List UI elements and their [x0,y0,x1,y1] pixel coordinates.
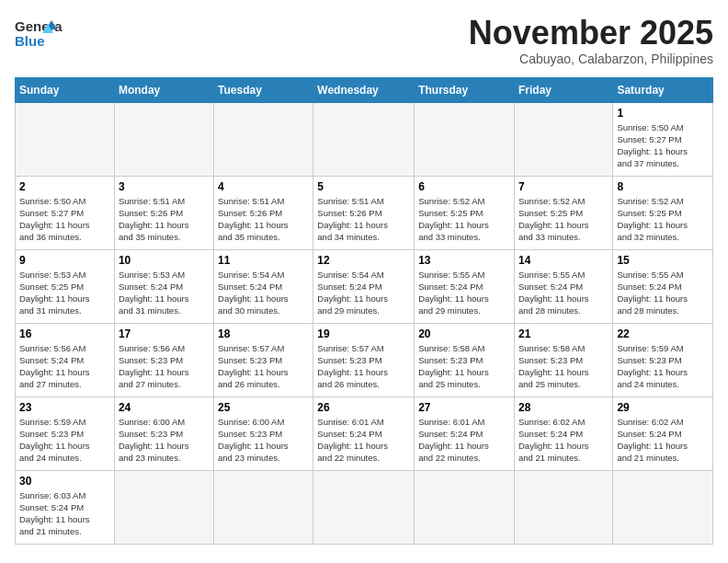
calendar-cell-12: 7Sunrise: 5:52 AMSunset: 5:25 PMDaylight… [514,176,612,249]
day-info: Sunrise: 6:00 AMSunset: 5:23 PMDaylight:… [218,416,309,465]
day-number: 23 [19,401,110,414]
calendar-cell-9: 4Sunrise: 5:51 AMSunset: 5:26 PMDaylight… [214,176,313,249]
weekday-header-sunday: Sunday [16,77,115,102]
calendar-cell-32: 27Sunrise: 6:01 AMSunset: 5:24 PMDayligh… [415,396,515,470]
calendar-cell-15: 10Sunrise: 5:53 AMSunset: 5:24 PMDayligh… [114,249,213,323]
day-info: Sunrise: 5:54 AMSunset: 5:24 PMDaylight:… [218,269,309,317]
day-info: Sunrise: 6:01 AMSunset: 5:24 PMDaylight:… [317,416,410,465]
day-number: 6 [418,180,510,193]
weekday-header-wednesday: Wednesday [313,77,415,102]
calendar-row-2: 2Sunrise: 5:50 AMSunset: 5:27 PMDaylight… [16,176,713,249]
day-info: Sunrise: 5:55 AMSunset: 5:24 PMDaylight:… [617,269,709,317]
day-number: 28 [518,401,609,414]
calendar-cell-30: 25Sunrise: 6:00 AMSunset: 5:23 PMDayligh… [214,396,313,470]
day-number: 3 [119,180,210,193]
day-number: 14 [518,254,609,267]
day-number: 24 [119,401,210,414]
calendar-cell-41 [613,470,713,544]
weekday-header-saturday: Saturday [613,77,713,102]
calendar-cell-7: 2Sunrise: 5:50 AMSunset: 5:27 PMDaylight… [16,176,115,249]
location: Cabuyao, Calabarzon, Philippines [469,52,713,66]
calendar-row-4: 16Sunrise: 5:56 AMSunset: 5:24 PMDayligh… [16,323,713,396]
calendar-cell-13: 8Sunrise: 5:52 AMSunset: 5:25 PMDaylight… [613,176,713,249]
day-info: Sunrise: 5:57 AMSunset: 5:23 PMDaylight:… [317,342,410,391]
logo-icon: General Blue [15,15,63,52]
day-number: 1 [617,107,709,120]
calendar: SundayMondayTuesdayWednesdayThursdayFrid… [15,77,713,545]
calendar-cell-37 [214,470,313,544]
day-number: 27 [418,401,510,414]
calendar-cell-34: 29Sunrise: 6:02 AMSunset: 5:24 PMDayligh… [613,396,713,470]
day-number: 9 [19,254,110,267]
day-info: Sunrise: 5:58 AMSunset: 5:23 PMDaylight:… [418,342,510,391]
svg-text:Blue: Blue [15,33,45,49]
day-info: Sunrise: 5:57 AMSunset: 5:23 PMDaylight:… [218,342,309,391]
day-info: Sunrise: 5:50 AMSunset: 5:27 PMDaylight:… [19,195,110,244]
day-number: 8 [617,180,709,193]
logo: General Blue [15,15,63,52]
day-number: 22 [617,327,709,340]
calendar-cell-33: 28Sunrise: 6:02 AMSunset: 5:24 PMDayligh… [514,396,612,470]
calendar-cell-31: 26Sunrise: 6:01 AMSunset: 5:24 PMDayligh… [313,396,415,470]
day-info: Sunrise: 5:58 AMSunset: 5:23 PMDaylight:… [518,342,609,391]
day-info: Sunrise: 5:52 AMSunset: 5:25 PMDaylight:… [418,195,510,244]
calendar-cell-21: 16Sunrise: 5:56 AMSunset: 5:24 PMDayligh… [16,323,115,396]
day-info: Sunrise: 5:59 AMSunset: 5:23 PMDaylight:… [617,342,709,391]
day-info: Sunrise: 5:55 AMSunset: 5:24 PMDaylight:… [418,269,510,317]
calendar-cell-20: 15Sunrise: 5:55 AMSunset: 5:24 PMDayligh… [613,249,713,323]
svg-text:General: General [15,18,63,34]
calendar-cell-8: 3Sunrise: 5:51 AMSunset: 5:26 PMDaylight… [114,176,213,249]
calendar-cell-3 [313,102,415,176]
calendar-cell-36 [114,470,213,544]
day-number: 26 [317,401,410,414]
day-info: Sunrise: 5:52 AMSunset: 5:25 PMDaylight:… [518,195,609,244]
day-number: 12 [317,254,410,267]
calendar-cell-23: 18Sunrise: 5:57 AMSunset: 5:23 PMDayligh… [214,323,313,396]
day-number: 7 [518,180,609,193]
calendar-row-1: 1Sunrise: 5:50 AMSunset: 5:27 PMDaylight… [16,102,713,176]
weekday-header-tuesday: Tuesday [214,77,313,102]
day-info: Sunrise: 6:02 AMSunset: 5:24 PMDaylight:… [518,416,609,465]
calendar-row-6: 30Sunrise: 6:03 AMSunset: 5:24 PMDayligh… [16,470,713,544]
day-info: Sunrise: 6:00 AMSunset: 5:23 PMDaylight:… [119,416,210,465]
calendar-cell-16: 11Sunrise: 5:54 AMSunset: 5:24 PMDayligh… [214,249,313,323]
calendar-cell-19: 14Sunrise: 5:55 AMSunset: 5:24 PMDayligh… [514,249,612,323]
day-info: Sunrise: 6:03 AMSunset: 5:24 PMDaylight:… [19,489,110,538]
day-number: 2 [19,180,110,193]
day-number: 5 [317,180,410,193]
calendar-cell-35: 30Sunrise: 6:03 AMSunset: 5:24 PMDayligh… [16,470,115,544]
day-number: 11 [218,254,309,267]
day-number: 4 [218,180,309,193]
calendar-cell-26: 21Sunrise: 5:58 AMSunset: 5:23 PMDayligh… [514,323,612,396]
day-number: 16 [19,327,110,340]
day-info: Sunrise: 5:51 AMSunset: 5:26 PMDaylight:… [317,195,410,244]
day-info: Sunrise: 5:56 AMSunset: 5:23 PMDaylight:… [119,342,210,391]
calendar-cell-28: 23Sunrise: 5:59 AMSunset: 5:23 PMDayligh… [16,396,115,470]
calendar-cell-38 [313,470,415,544]
calendar-cell-22: 17Sunrise: 5:56 AMSunset: 5:23 PMDayligh… [114,323,213,396]
calendar-cell-0 [16,102,115,176]
calendar-cell-14: 9Sunrise: 5:53 AMSunset: 5:25 PMDaylight… [16,249,115,323]
day-number: 19 [317,327,410,340]
calendar-cell-39 [415,470,515,544]
calendar-cell-5 [514,102,612,176]
day-number: 10 [119,254,210,267]
day-number: 18 [218,327,309,340]
day-number: 29 [617,401,709,414]
calendar-cell-40 [514,470,612,544]
day-number: 20 [418,327,510,340]
weekday-header-row: SundayMondayTuesdayWednesdayThursdayFrid… [16,77,713,102]
calendar-cell-17: 12Sunrise: 5:54 AMSunset: 5:24 PMDayligh… [313,249,415,323]
day-number: 25 [218,401,309,414]
day-info: Sunrise: 5:59 AMSunset: 5:23 PMDaylight:… [19,416,110,465]
calendar-cell-25: 20Sunrise: 5:58 AMSunset: 5:23 PMDayligh… [415,323,515,396]
day-info: Sunrise: 6:01 AMSunset: 5:24 PMDaylight:… [418,416,510,465]
calendar-cell-18: 13Sunrise: 5:55 AMSunset: 5:24 PMDayligh… [415,249,515,323]
day-number: 13 [418,254,510,267]
weekday-header-friday: Friday [514,77,612,102]
calendar-cell-10: 5Sunrise: 5:51 AMSunset: 5:26 PMDaylight… [313,176,415,249]
calendar-cell-29: 24Sunrise: 6:00 AMSunset: 5:23 PMDayligh… [114,396,213,470]
weekday-header-monday: Monday [114,77,213,102]
month-title: November 2025 [469,15,713,52]
day-info: Sunrise: 5:55 AMSunset: 5:24 PMDaylight:… [518,269,609,317]
